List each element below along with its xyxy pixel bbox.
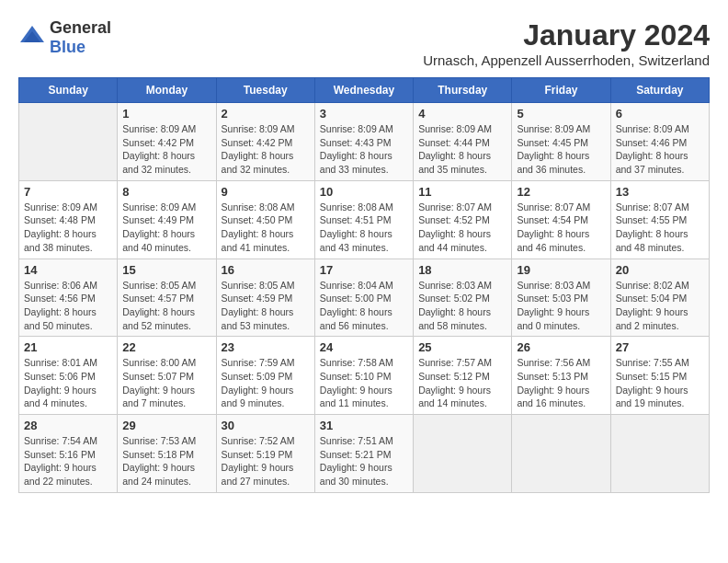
calendar-subtitle: Urnasch, Appenzell Ausserrhoden, Switzer… (423, 52, 710, 68)
day-number: 9 (222, 185, 310, 199)
day-number: 7 (24, 185, 112, 199)
day-number: 4 (418, 107, 506, 121)
calendar-cell: 25Sunrise: 7:57 AMSunset: 5:12 PMDayligh… (414, 337, 512, 415)
day-number: 23 (222, 340, 310, 354)
logo: General Blue (18, 18, 111, 57)
weekday-header-row: SundayMondayTuesdayWednesdayThursdayFrid… (19, 78, 710, 103)
day-detail: Sunrise: 8:09 AMSunset: 4:49 PMDaylight:… (122, 201, 210, 255)
day-number: 22 (122, 340, 210, 354)
calendar-cell: 29Sunrise: 7:53 AMSunset: 5:18 PMDayligh… (118, 415, 216, 493)
day-number: 18 (418, 263, 506, 277)
day-number: 19 (517, 263, 605, 277)
day-detail: Sunrise: 8:07 AMSunset: 4:55 PMDaylight:… (616, 201, 704, 255)
day-detail: Sunrise: 8:09 AMSunset: 4:43 PMDaylight:… (320, 122, 408, 177)
day-detail: Sunrise: 8:05 AMSunset: 4:59 PMDaylight:… (222, 279, 310, 333)
calendar-cell: 22Sunrise: 8:00 AMSunset: 5:07 PMDayligh… (118, 337, 216, 415)
calendar-cell: 7Sunrise: 8:09 AMSunset: 4:48 PMDaylight… (19, 180, 118, 259)
calendar-cell: 5Sunrise: 8:09 AMSunset: 4:45 PMDaylight… (512, 103, 610, 181)
day-number: 1 (122, 107, 210, 121)
weekday-header: Tuesday (216, 78, 314, 103)
day-detail: Sunrise: 7:59 AMSunset: 5:09 PMDaylight:… (222, 356, 310, 410)
logo-general: General (50, 18, 111, 37)
day-number: 24 (320, 340, 408, 354)
day-detail: Sunrise: 7:55 AMSunset: 5:15 PMDaylight:… (616, 356, 704, 410)
day-detail: Sunrise: 8:09 AMSunset: 4:44 PMDaylight:… (418, 122, 506, 177)
logo-icon (18, 24, 46, 52)
day-detail: Sunrise: 8:04 AMSunset: 5:00 PMDaylight:… (320, 279, 408, 333)
day-number: 16 (222, 263, 310, 277)
day-detail: Sunrise: 8:09 AMSunset: 4:45 PMDaylight:… (517, 122, 605, 177)
day-number: 12 (517, 185, 605, 199)
day-number: 27 (616, 340, 704, 354)
day-number: 13 (616, 185, 704, 199)
calendar-cell: 27Sunrise: 7:55 AMSunset: 5:15 PMDayligh… (610, 337, 709, 415)
day-detail: Sunrise: 7:56 AMSunset: 5:13 PMDaylight:… (517, 356, 605, 410)
day-detail: Sunrise: 8:01 AMSunset: 5:06 PMDaylight:… (24, 356, 112, 410)
day-number: 8 (122, 185, 210, 199)
calendar-week-row: 21Sunrise: 8:01 AMSunset: 5:06 PMDayligh… (19, 337, 710, 415)
day-number: 3 (320, 107, 408, 121)
day-detail: Sunrise: 7:51 AMSunset: 5:21 PMDaylight:… (320, 434, 408, 488)
calendar-cell (512, 415, 610, 493)
calendar-cell: 12Sunrise: 8:07 AMSunset: 4:54 PMDayligh… (512, 180, 610, 259)
calendar-table: SundayMondayTuesdayWednesdayThursdayFrid… (18, 77, 710, 493)
day-detail: Sunrise: 8:05 AMSunset: 4:57 PMDaylight:… (122, 279, 210, 333)
day-detail: Sunrise: 7:58 AMSunset: 5:10 PMDaylight:… (320, 356, 408, 410)
calendar-header: SundayMondayTuesdayWednesdayThursdayFrid… (19, 78, 710, 103)
calendar-cell: 3Sunrise: 8:09 AMSunset: 4:43 PMDaylight… (314, 103, 413, 181)
day-number: 30 (222, 419, 310, 432)
day-detail: Sunrise: 8:07 AMSunset: 4:52 PMDaylight:… (418, 201, 506, 255)
day-number: 17 (320, 263, 408, 277)
day-number: 14 (24, 263, 112, 277)
calendar-cell: 20Sunrise: 8:02 AMSunset: 5:04 PMDayligh… (610, 259, 709, 337)
day-number: 15 (122, 263, 210, 277)
day-detail: Sunrise: 7:54 AMSunset: 5:16 PMDaylight:… (24, 434, 112, 488)
day-number: 31 (320, 419, 408, 432)
title-block: January 2024 Urnasch, Appenzell Ausserrh… (423, 18, 710, 68)
day-number: 28 (24, 419, 112, 432)
day-detail: Sunrise: 7:53 AMSunset: 5:18 PMDaylight:… (122, 434, 210, 488)
calendar-body: 1Sunrise: 8:09 AMSunset: 4:42 PMDaylight… (19, 103, 710, 493)
calendar-cell: 6Sunrise: 8:09 AMSunset: 4:46 PMDaylight… (610, 103, 709, 181)
page-header: General Blue January 2024 Urnasch, Appen… (18, 18, 710, 68)
day-detail: Sunrise: 7:52 AMSunset: 5:19 PMDaylight:… (222, 434, 310, 488)
weekday-header: Saturday (610, 78, 709, 103)
day-detail: Sunrise: 8:03 AMSunset: 5:02 PMDaylight:… (418, 279, 506, 333)
calendar-cell: 8Sunrise: 8:09 AMSunset: 4:49 PMDaylight… (118, 180, 216, 259)
day-detail: Sunrise: 7:57 AMSunset: 5:12 PMDaylight:… (418, 356, 506, 410)
calendar-cell: 17Sunrise: 8:04 AMSunset: 5:00 PMDayligh… (314, 259, 413, 337)
calendar-cell: 4Sunrise: 8:09 AMSunset: 4:44 PMDaylight… (414, 103, 512, 181)
calendar-title: January 2024 (423, 18, 710, 52)
day-number: 26 (517, 340, 605, 354)
calendar-cell: 10Sunrise: 8:08 AMSunset: 4:51 PMDayligh… (314, 180, 413, 259)
calendar-cell: 28Sunrise: 7:54 AMSunset: 5:16 PMDayligh… (19, 415, 118, 493)
calendar-cell: 30Sunrise: 7:52 AMSunset: 5:19 PMDayligh… (216, 415, 314, 493)
calendar-cell: 9Sunrise: 8:08 AMSunset: 4:50 PMDaylight… (216, 180, 314, 259)
day-number: 20 (616, 263, 704, 277)
calendar-cell: 19Sunrise: 8:03 AMSunset: 5:03 PMDayligh… (512, 259, 610, 337)
day-number: 5 (517, 107, 605, 121)
calendar-cell: 16Sunrise: 8:05 AMSunset: 4:59 PMDayligh… (216, 259, 314, 337)
calendar-cell: 23Sunrise: 7:59 AMSunset: 5:09 PMDayligh… (216, 337, 314, 415)
calendar-cell: 1Sunrise: 8:09 AMSunset: 4:42 PMDaylight… (118, 103, 216, 181)
day-detail: Sunrise: 8:07 AMSunset: 4:54 PMDaylight:… (517, 201, 605, 255)
calendar-cell: 26Sunrise: 7:56 AMSunset: 5:13 PMDayligh… (512, 337, 610, 415)
day-detail: Sunrise: 8:09 AMSunset: 4:48 PMDaylight:… (24, 201, 112, 255)
day-detail: Sunrise: 8:08 AMSunset: 4:50 PMDaylight:… (222, 201, 310, 255)
day-number: 2 (222, 107, 310, 121)
day-detail: Sunrise: 8:09 AMSunset: 4:42 PMDaylight:… (222, 122, 310, 177)
calendar-cell: 15Sunrise: 8:05 AMSunset: 4:57 PMDayligh… (118, 259, 216, 337)
calendar-week-row: 1Sunrise: 8:09 AMSunset: 4:42 PMDaylight… (19, 103, 710, 181)
day-detail: Sunrise: 8:00 AMSunset: 5:07 PMDaylight:… (122, 356, 210, 410)
day-detail: Sunrise: 8:09 AMSunset: 4:42 PMDaylight:… (122, 122, 210, 177)
calendar-cell: 24Sunrise: 7:58 AMSunset: 5:10 PMDayligh… (314, 337, 413, 415)
day-number: 21 (24, 340, 112, 354)
calendar-cell (414, 415, 512, 493)
calendar-cell: 31Sunrise: 7:51 AMSunset: 5:21 PMDayligh… (314, 415, 413, 493)
calendar-cell (610, 415, 709, 493)
day-detail: Sunrise: 8:06 AMSunset: 4:56 PMDaylight:… (24, 279, 112, 333)
day-detail: Sunrise: 8:08 AMSunset: 4:51 PMDaylight:… (320, 201, 408, 255)
day-detail: Sunrise: 8:09 AMSunset: 4:46 PMDaylight:… (616, 122, 704, 177)
calendar-cell: 11Sunrise: 8:07 AMSunset: 4:52 PMDayligh… (414, 180, 512, 259)
calendar-cell: 18Sunrise: 8:03 AMSunset: 5:02 PMDayligh… (414, 259, 512, 337)
